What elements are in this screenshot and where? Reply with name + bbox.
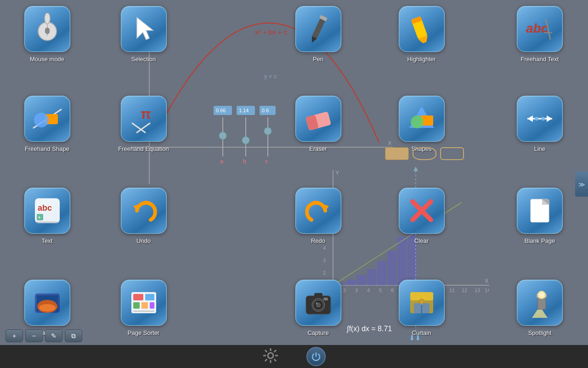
gallery-icon [24, 280, 70, 326]
mouse-mode-label: Mouse mode [30, 56, 64, 63]
tool-clear[interactable]: Clear [377, 184, 466, 255]
settings-button[interactable] [262, 347, 279, 366]
mouse-mode-icon [24, 6, 70, 52]
bottom-toolbar [0, 345, 588, 368]
tool-mouse-mode[interactable]: Mouse mode [2, 2, 92, 74]
svg-point-61 [45, 13, 50, 24]
capture-icon [295, 280, 341, 326]
spotlight-label: Spotlight [528, 329, 552, 336]
svg-rect-108 [133, 294, 143, 300]
clear-icon [399, 188, 445, 234]
freehand-text-icon: abc [517, 6, 563, 52]
text-icon: abc + [24, 188, 70, 234]
minus-icon: − [32, 332, 36, 339]
copy-page-button[interactable]: ⧉ [65, 329, 82, 342]
shapes-icon [399, 96, 445, 142]
svg-text:abc: abc [526, 21, 548, 35]
right-scroll-icon: ≫ [578, 180, 585, 188]
svg-marker-129 [532, 310, 548, 318]
shapes-label: Shapes [411, 145, 431, 152]
svg-point-88 [541, 117, 545, 121]
spotlight-icon [517, 280, 563, 326]
freehand-equation-icon: π [121, 96, 167, 142]
text-label: Text [42, 237, 53, 244]
curtain-label: Curtain [412, 329, 431, 336]
redo-icon [295, 188, 341, 234]
power-icon [311, 351, 321, 362]
svg-rect-109 [145, 294, 154, 300]
eraser-icon [295, 96, 341, 142]
tool-spotlight[interactable]: Spotlight [501, 276, 579, 347]
curtain-icon [399, 280, 445, 326]
svg-line-138 [274, 359, 276, 361]
tool-capture[interactable]: Capture [273, 276, 363, 347]
svg-rect-120 [323, 298, 328, 300]
tool-selection[interactable]: Selection [99, 2, 188, 74]
freehand-shape-icon [24, 96, 70, 142]
redo-label: Redo [311, 237, 325, 244]
clear-label: Clear [414, 237, 429, 244]
tool-curtain[interactable]: Curtain [377, 276, 466, 347]
undo-icon [121, 188, 167, 234]
svg-line-139 [274, 350, 276, 352]
tool-shapes[interactable]: Shapes [377, 92, 466, 163]
svg-rect-62 [45, 28, 50, 34]
svg-marker-85 [527, 115, 533, 122]
tool-line[interactable]: Line [501, 92, 579, 163]
svg-point-132 [268, 353, 273, 358]
freehand-shape-label: Freehand Shape [25, 145, 69, 152]
capture-label: Capture [307, 329, 328, 336]
line-icon [517, 96, 563, 142]
tool-undo[interactable]: Undo [99, 184, 188, 255]
svg-marker-63 [137, 17, 153, 40]
copy-icon: ⧉ [71, 332, 76, 340]
svg-rect-113 [133, 310, 154, 312]
blank-page-label: Blank Page [525, 237, 555, 244]
tool-redo[interactable]: Redo [273, 184, 363, 255]
svg-text:π: π [141, 106, 151, 121]
freehand-text-label: Freehand Text [521, 56, 559, 63]
highlighter-icon [399, 6, 445, 52]
svg-point-105 [39, 304, 56, 311]
add-page-button[interactable]: + [6, 329, 23, 342]
svg-point-131 [539, 292, 544, 298]
svg-rect-111 [141, 302, 148, 309]
svg-point-83 [411, 115, 424, 128]
mini-toolbar: + − ✎ ⧉ [6, 329, 82, 342]
undo-label: Undo [136, 237, 151, 244]
eraser-label: Eraser [309, 145, 327, 152]
tool-eraser[interactable]: Eraser [273, 92, 363, 163]
tool-freehand-shape[interactable]: Freehand Shape [2, 92, 92, 163]
power-button[interactable] [306, 347, 326, 366]
svg-point-87 [535, 117, 538, 121]
pen-label: Pen [313, 56, 323, 63]
blank-page-icon [517, 188, 563, 234]
line-label: Line [534, 145, 546, 152]
settings-icon [262, 347, 279, 364]
tool-freehand-text[interactable]: abc Freehand Text [501, 2, 579, 74]
tool-highlighter[interactable]: Highlighter [377, 2, 466, 74]
svg-text:abc: abc [38, 203, 52, 213]
tool-pen[interactable]: Pen [273, 2, 363, 74]
edit-page-button[interactable]: ✎ [45, 329, 62, 342]
right-scroll[interactable]: ≫ [575, 172, 588, 197]
tool-page-sorter[interactable]: Page Sorter [99, 276, 188, 347]
svg-text:+: + [38, 214, 41, 221]
page-sorter-icon [121, 280, 167, 326]
selection-icon [121, 6, 167, 52]
selection-label: Selection [131, 56, 156, 63]
svg-point-75 [34, 113, 49, 127]
tool-text[interactable]: abc + Text [2, 184, 92, 255]
svg-line-137 [265, 350, 267, 352]
svg-line-140 [265, 359, 267, 361]
tool-blank-page[interactable]: Blank Page [501, 184, 579, 255]
svg-marker-86 [547, 115, 552, 122]
pen-icon [295, 6, 341, 52]
freehand-equation-label: Freehand Equation [118, 145, 169, 152]
tool-freehand-equation[interactable]: π Freehand Equation [99, 92, 188, 163]
edit-icon: ✎ [51, 332, 57, 339]
page-sorter-label: Page Sorter [128, 329, 159, 336]
svg-rect-110 [133, 302, 140, 309]
remove-page-button[interactable]: − [25, 329, 43, 342]
svg-rect-112 [150, 302, 154, 309]
